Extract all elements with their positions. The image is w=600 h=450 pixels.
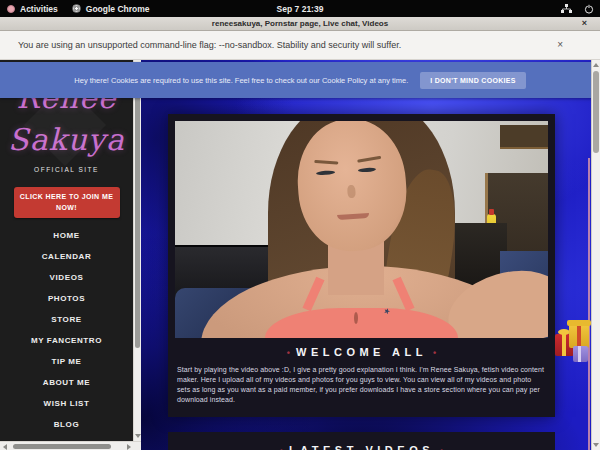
sidebar-item-wish-list[interactable]: WISH LIST (0, 393, 133, 414)
activities-indicator-icon (7, 5, 15, 13)
page-viewport: Hey there! Cookies are required to use t… (0, 60, 600, 450)
gnome-top-bar: Activities Google Chrome Sep 7 21:39 (0, 0, 600, 17)
mouth (337, 213, 370, 220)
nose (347, 185, 357, 199)
power-icon[interactable] (584, 4, 594, 14)
sidebar-item-tip-me[interactable]: TIP ME (0, 351, 133, 372)
edge-accent-line (588, 158, 590, 450)
window-close-icon[interactable]: × (582, 18, 587, 28)
sidebar-item-blog[interactable]: BLOG (0, 414, 133, 435)
activities-label: Activities (20, 4, 58, 14)
sidebar-item-about-me[interactable]: ABOUT ME (0, 372, 133, 393)
network-icon[interactable] (561, 4, 572, 14)
sidebar-horizontal-scrollbar[interactable] (0, 441, 141, 450)
app-menu-button[interactable]: Google Chrome (72, 4, 150, 14)
eyebrow-left (315, 159, 339, 164)
eyebrow-right (357, 155, 381, 162)
eye-left (317, 170, 336, 175)
welcome-paragraph: Start by playing the video above :D, I g… (177, 365, 546, 405)
sidebar-nav: HOME CALENDAR VIDEOS PHOTOS STORE MY FAN… (0, 225, 133, 435)
sidebar-content: Renee Sakuya OFFICIAL SITE CLICK HERE TO… (0, 60, 133, 441)
sidebar: Renee Sakuya OFFICIAL SITE CLICK HERE TO… (0, 60, 141, 450)
sidebar-item-home[interactable]: HOME (0, 225, 133, 246)
cookie-banner: Hey there! Cookies are required to use t… (0, 62, 600, 98)
sidebar-vertical-scrollbar[interactable] (133, 60, 141, 441)
cookie-message: Hey there! Cookies are required to use t… (74, 76, 408, 85)
cookie-accept-button[interactable]: I DON'T MIND COOKIES (420, 72, 525, 89)
chrome-icon (72, 4, 81, 13)
video-player[interactable] (175, 121, 548, 338)
welcome-panel: •WELCOME ALL• Start by playing the video… (168, 114, 555, 417)
app-menu-label: Google Chrome (86, 4, 150, 14)
sidebar-item-calendar[interactable]: CALENDAR (0, 246, 133, 267)
welcome-title-text: WELCOME ALL (296, 346, 427, 358)
video-shelf (500, 125, 548, 149)
sidebar-scroll-right-arrow-icon[interactable] (127, 444, 131, 450)
join-now-button[interactable]: CLICK HERE TO JOIN ME NOW! (14, 187, 120, 218)
latest-videos-panel: •LATEST VIDEOS• (168, 432, 555, 450)
screen: Activities Google Chrome Sep 7 21:39 (0, 0, 600, 450)
heading-marker-icon: • (440, 446, 443, 450)
sidebar-scroll-down-arrow-icon[interactable] (135, 434, 141, 438)
welcome-heading: •WELCOME ALL• (175, 346, 548, 358)
sidebar-item-store[interactable]: STORE (0, 309, 133, 330)
page-scrollbar[interactable] (591, 60, 600, 450)
sidebar-item-videos[interactable]: VIDEOS (0, 267, 133, 288)
window-titlebar[interactable]: reneesakuya, Pornstar page, Live chat, V… (0, 17, 600, 31)
sidebar-item-photos[interactable]: PHOTOS (0, 288, 133, 309)
sidebar-vscroll-thumb[interactable] (135, 78, 140, 348)
latest-title-text: LATEST VIDEOS (289, 444, 434, 450)
sidebar-item-my-fancentro[interactable]: MY FANCENTRO (0, 330, 133, 351)
heading-marker-icon: • (287, 348, 290, 358)
gift-purple-icon (573, 346, 588, 362)
gift-yellow-icon (569, 324, 589, 348)
heading-marker-icon: • (433, 348, 436, 358)
window-title: reneesakuya, Pornstar page, Live chat, V… (212, 19, 388, 28)
flag-warning-bar: You are using an unsupported command-lin… (0, 31, 600, 60)
flag-warning-message: You are using an unsupported command-lin… (18, 40, 401, 50)
chest-shadow (354, 312, 358, 324)
eye-right (358, 167, 377, 172)
scroll-up-arrow-icon[interactable] (593, 63, 599, 67)
sidebar-hscroll-thumb[interactable] (13, 444, 111, 449)
activities-button[interactable]: Activities (7, 4, 58, 14)
page-scrollbar-thumb[interactable] (593, 71, 599, 153)
infobar-close-icon[interactable]: × (557, 39, 563, 50)
heading-marker-icon: • (280, 446, 283, 450)
site-tagline: OFFICIAL SITE (0, 166, 133, 173)
scroll-down-arrow-icon[interactable] (593, 443, 599, 447)
sidebar-scroll-left-arrow-icon[interactable] (3, 444, 7, 450)
gift-widget[interactable] (555, 322, 593, 364)
latest-videos-heading: •LATEST VIDEOS• (168, 444, 555, 450)
